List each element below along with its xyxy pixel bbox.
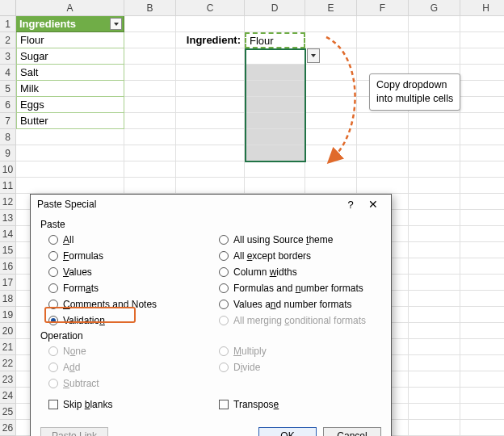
- cell[interactable]: [176, 178, 245, 194]
- row-header[interactable]: 16: [0, 258, 16, 275]
- col-header[interactable]: G: [409, 0, 460, 16]
- cell[interactable]: [176, 113, 245, 129]
- cell[interactable]: [460, 194, 504, 210]
- cell[interactable]: [409, 113, 460, 129]
- row-header[interactable]: 1: [0, 16, 16, 32]
- cell[interactable]: [409, 339, 460, 355]
- cell[interactable]: [305, 65, 357, 81]
- selected-cell[interactable]: [245, 145, 305, 161]
- row-header[interactable]: 22: [0, 355, 16, 371]
- cell[interactable]: [124, 113, 176, 129]
- row-header[interactable]: 17: [0, 275, 16, 291]
- copied-source-cell[interactable]: Flour: [245, 32, 305, 48]
- selected-cell[interactable]: [245, 113, 305, 129]
- row-header[interactable]: 23: [0, 371, 16, 388]
- row-header[interactable]: 11: [0, 178, 16, 194]
- row-header[interactable]: 15: [0, 242, 16, 258]
- cell[interactable]: [460, 275, 504, 291]
- cell[interactable]: [305, 129, 357, 145]
- row-header[interactable]: 21: [0, 339, 16, 355]
- table-row[interactable]: Flour: [16, 32, 124, 48]
- row-header[interactable]: 24: [0, 388, 16, 404]
- selected-cell[interactable]: [245, 65, 305, 81]
- cell[interactable]: [176, 97, 245, 113]
- table-row[interactable]: Milk: [16, 81, 124, 97]
- cell[interactable]: [124, 32, 176, 48]
- cell[interactable]: [460, 145, 504, 161]
- row-header[interactable]: 25: [0, 404, 16, 420]
- cell[interactable]: [357, 161, 409, 178]
- cell[interactable]: [16, 161, 124, 178]
- cell[interactable]: [409, 32, 460, 48]
- cell[interactable]: [409, 16, 460, 32]
- row-header[interactable]: 18: [0, 291, 16, 307]
- radio-all-except-borders[interactable]: All except borders: [211, 248, 381, 264]
- cell[interactable]: [124, 65, 176, 81]
- cell[interactable]: [176, 129, 245, 145]
- radio-values-and-number-formats[interactable]: Values and number formats: [211, 296, 381, 312]
- cell[interactable]: [460, 161, 504, 178]
- cell[interactable]: [409, 291, 460, 307]
- cell[interactable]: [460, 16, 504, 32]
- radio-formulas[interactable]: Formulas: [40, 248, 211, 264]
- cell[interactable]: [305, 145, 357, 161]
- row-header[interactable]: 7: [0, 113, 16, 129]
- cell[interactable]: [460, 32, 504, 48]
- row-header[interactable]: 5: [0, 81, 16, 97]
- cell[interactable]: [124, 129, 176, 145]
- table-header-cell[interactable]: Ingredients: [16, 16, 124, 32]
- table-row[interactable]: Salt: [16, 65, 124, 81]
- cell[interactable]: [409, 194, 460, 210]
- select-all-corner[interactable]: [0, 0, 16, 16]
- cell[interactable]: [409, 307, 460, 323]
- cell[interactable]: [460, 65, 504, 81]
- cell[interactable]: [409, 178, 460, 194]
- radio-comments-and-notes[interactable]: Comments and Notes: [40, 296, 211, 312]
- cell[interactable]: [460, 291, 504, 307]
- radio-formulas-and-number-formats[interactable]: Formulas and number formats: [211, 280, 381, 296]
- selected-cell[interactable]: [245, 48, 305, 65]
- cell[interactable]: [245, 161, 305, 178]
- row-header[interactable]: 6: [0, 97, 16, 113]
- radio-formats[interactable]: Formats: [40, 280, 211, 296]
- cell[interactable]: [409, 275, 460, 291]
- row-header[interactable]: 8: [0, 129, 16, 145]
- cell[interactable]: [245, 178, 305, 194]
- radio-column-widths[interactable]: Column widths: [211, 264, 381, 280]
- cell[interactable]: [357, 113, 409, 129]
- cell[interactable]: [357, 129, 409, 145]
- radio-all[interactable]: All: [40, 232, 211, 248]
- cell[interactable]: [409, 371, 460, 388]
- help-button[interactable]: ?: [339, 199, 362, 211]
- radio-values[interactable]: Values: [40, 264, 211, 280]
- cell[interactable]: [124, 161, 176, 178]
- cell[interactable]: [409, 388, 460, 404]
- row-header[interactable]: 13: [0, 210, 16, 226]
- row-header[interactable]: 19: [0, 307, 16, 323]
- row-header[interactable]: 26: [0, 420, 16, 436]
- cell[interactable]: [409, 242, 460, 258]
- col-header[interactable]: D: [245, 0, 305, 16]
- cell[interactable]: [16, 145, 124, 161]
- selected-cell[interactable]: [245, 129, 305, 145]
- cell[interactable]: [357, 48, 409, 65]
- radio-all-using-source-theme[interactable]: All using Source theme: [211, 232, 381, 248]
- cell[interactable]: [176, 65, 245, 81]
- cell[interactable]: [460, 355, 504, 371]
- cell[interactable]: [409, 161, 460, 178]
- ok-button[interactable]: OK: [258, 427, 317, 436]
- cell[interactable]: [409, 48, 460, 65]
- cell[interactable]: [357, 16, 409, 32]
- row-header[interactable]: 9: [0, 145, 16, 161]
- cell[interactable]: [460, 242, 504, 258]
- transpose-checkbox[interactable]: Transpose: [211, 396, 381, 413]
- cell[interactable]: [409, 226, 460, 242]
- row-header[interactable]: 20: [0, 323, 16, 339]
- cell[interactable]: [245, 16, 305, 32]
- table-row[interactable]: Eggs: [16, 97, 124, 113]
- cell[interactable]: [460, 388, 504, 404]
- cell[interactable]: [409, 404, 460, 420]
- cell[interactable]: [460, 81, 504, 97]
- cell[interactable]: [124, 178, 176, 194]
- row-header[interactable]: 14: [0, 226, 16, 242]
